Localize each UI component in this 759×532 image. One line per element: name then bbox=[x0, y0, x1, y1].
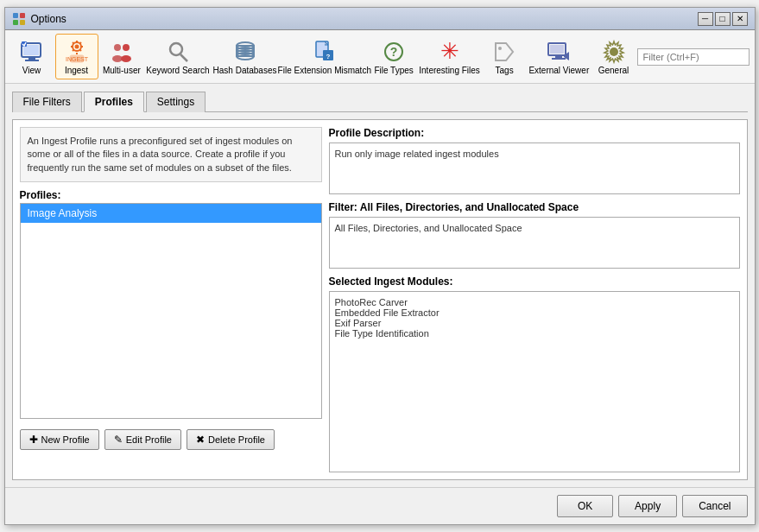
delete-profile-button[interactable]: ✖ Delete Profile bbox=[187, 429, 275, 450]
module-item-photorec: PhotoRec Carver bbox=[335, 297, 734, 307]
svg-point-25 bbox=[170, 43, 182, 55]
toolbar-item-multiuser[interactable]: Multi-user bbox=[100, 34, 144, 79]
svg-text:INGEST: INGEST bbox=[65, 56, 88, 62]
title-bar: Options ─ □ ✕ bbox=[5, 8, 755, 30]
toolbar-search bbox=[637, 48, 750, 66]
main-panel: An Ingest Profile runs a preconfigured s… bbox=[12, 119, 748, 480]
profile-description-value: Run only image related ingest modules bbox=[329, 142, 740, 194]
view-label: View bbox=[22, 66, 41, 75]
ext-label: File Extension Mismatch bbox=[278, 66, 371, 75]
toolbar-item-view[interactable]: View bbox=[10, 34, 54, 79]
svg-rect-7 bbox=[25, 60, 39, 61]
viewer-label: External Viewer bbox=[528, 66, 589, 75]
multiuser-label: Multi-user bbox=[103, 66, 141, 75]
general-label: General bbox=[598, 66, 629, 75]
cancel-button[interactable]: Cancel bbox=[682, 495, 747, 517]
modules-section: Selected Ingest Modules: PhotoRec Carver… bbox=[329, 276, 740, 472]
tab-bar: File Filters Profiles Settings bbox=[12, 91, 748, 112]
svg-rect-0 bbox=[13, 13, 18, 18]
filetypes-icon: ? bbox=[380, 38, 408, 66]
filter-label: Filter: All Files, Directories, and Unal… bbox=[329, 201, 740, 213]
view-icon bbox=[18, 38, 46, 66]
right-panel: Profile Description: Run only image rela… bbox=[329, 127, 740, 472]
toolbar-item-ingest[interactable]: INGEST Ingest bbox=[55, 34, 98, 79]
filter-value: All Files, Directories, and Unallocated … bbox=[329, 217, 740, 269]
svg-point-44 bbox=[610, 48, 618, 56]
ingest-icon: INGEST bbox=[63, 38, 91, 66]
search-input[interactable] bbox=[637, 48, 750, 66]
left-panel: An Ingest Profile runs a preconfigured s… bbox=[20, 127, 322, 472]
viewer-icon bbox=[545, 38, 572, 66]
svg-rect-2 bbox=[13, 20, 18, 25]
module-item-embedded: Embedded File Extractor bbox=[335, 307, 734, 318]
new-profile-button[interactable]: ✚ New Profile bbox=[20, 429, 99, 450]
ingest-label: Ingest bbox=[65, 66, 88, 75]
svg-text:?: ? bbox=[326, 53, 330, 60]
toolbar: View INGEST Inge bbox=[5, 30, 755, 84]
toolbar-item-viewer[interactable]: External Viewer bbox=[528, 34, 590, 79]
filter-section: Filter: All Files, Directories, and Unal… bbox=[329, 201, 740, 269]
options-window: Options ─ □ ✕ View bbox=[4, 7, 756, 525]
ok-button[interactable]: OK bbox=[557, 495, 613, 517]
toolbar-item-interesting[interactable]: ✳ Interesting Files bbox=[418, 34, 481, 79]
svg-line-14 bbox=[73, 42, 74, 44]
filetypes-label: File Types bbox=[374, 66, 413, 75]
tab-file-filters[interactable]: File Filters bbox=[12, 92, 82, 112]
svg-rect-6 bbox=[28, 57, 35, 60]
interesting-icon: ✳ bbox=[436, 38, 464, 66]
toolbar-item-tags[interactable]: Tags bbox=[483, 34, 526, 79]
svg-rect-1 bbox=[20, 13, 25, 18]
svg-rect-41 bbox=[555, 55, 562, 58]
keyword-label: Keyword Search bbox=[146, 66, 209, 75]
title-bar-left: Options bbox=[12, 12, 66, 26]
svg-point-21 bbox=[114, 44, 121, 51]
maximize-button[interactable]: □ bbox=[715, 12, 731, 26]
general-icon bbox=[600, 38, 628, 66]
close-button[interactable]: ✕ bbox=[732, 12, 748, 26]
modules-list: PhotoRec Carver Embedded File Extractor … bbox=[329, 291, 740, 472]
plus-icon: ✚ bbox=[29, 434, 38, 446]
delete-icon: ✖ bbox=[196, 434, 205, 446]
profile-description-label: Profile Description: bbox=[329, 127, 740, 139]
hash-icon bbox=[231, 38, 259, 66]
multiuser-icon bbox=[108, 38, 136, 66]
window-title: Options bbox=[31, 13, 66, 25]
toolbar-item-ext[interactable]: ? File Extension Mismatch bbox=[279, 34, 370, 79]
keyword-icon bbox=[164, 38, 192, 66]
svg-line-26 bbox=[180, 54, 187, 61]
svg-point-38 bbox=[498, 47, 502, 50]
svg-line-16 bbox=[79, 42, 81, 44]
svg-line-17 bbox=[73, 50, 74, 52]
title-controls: ─ □ ✕ bbox=[698, 12, 748, 26]
svg-line-15 bbox=[79, 50, 81, 52]
svg-point-18 bbox=[74, 45, 79, 49]
svg-rect-40 bbox=[550, 45, 564, 54]
modules-label: Selected Ingest Modules: bbox=[329, 276, 740, 288]
toolbar-item-general[interactable]: General bbox=[592, 34, 636, 79]
minimize-button[interactable]: ─ bbox=[698, 12, 713, 26]
edit-profile-button[interactable]: ✎ Edit Profile bbox=[104, 429, 181, 450]
description-box: An Ingest Profile runs a preconfigured s… bbox=[20, 127, 322, 182]
toolbar-item-hash[interactable]: Hash Databases bbox=[212, 34, 278, 79]
svg-point-24 bbox=[121, 55, 131, 62]
svg-point-22 bbox=[123, 44, 130, 51]
profiles-label: Profiles: bbox=[20, 189, 322, 201]
apply-button[interactable]: Apply bbox=[618, 495, 677, 517]
tags-icon bbox=[490, 38, 518, 66]
toolbar-item-keyword[interactable]: Keyword Search bbox=[145, 34, 210, 79]
profiles-list[interactable]: Image Analysis bbox=[20, 203, 322, 419]
ext-icon: ? bbox=[311, 38, 338, 66]
tab-settings[interactable]: Settings bbox=[146, 92, 206, 112]
tab-profiles[interactable]: Profiles bbox=[84, 92, 144, 112]
svg-text:?: ? bbox=[390, 45, 398, 59]
svg-text:✳: ✳ bbox=[440, 38, 459, 64]
footer: OK Apply Cancel bbox=[5, 487, 755, 524]
module-item-filetype: File Type Identification bbox=[335, 328, 734, 339]
module-item-exif: Exif Parser bbox=[335, 318, 734, 328]
profile-item-image-analysis[interactable]: Image Analysis bbox=[21, 204, 321, 223]
hash-label: Hash Databases bbox=[213, 66, 277, 75]
content-area: File Filters Profiles Settings An Ingest… bbox=[5, 84, 755, 487]
profile-buttons: ✚ New Profile ✎ Edit Profile ✖ Delete Pr… bbox=[20, 426, 322, 450]
edit-icon: ✎ bbox=[114, 434, 123, 446]
toolbar-item-filetypes[interactable]: ? File Types bbox=[371, 34, 416, 79]
